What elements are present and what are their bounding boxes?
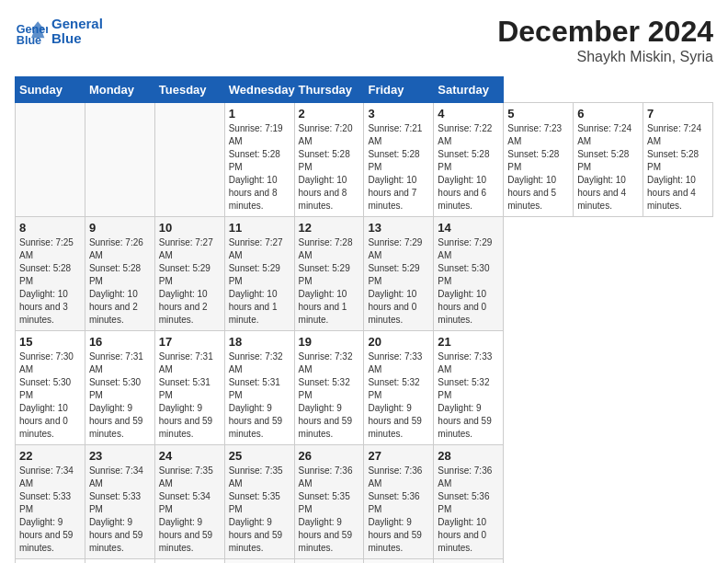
- calendar-cell: [224, 559, 294, 564]
- calendar-cell: 7 Sunrise: 7:24 AMSunset: 5:28 PMDayligh…: [643, 103, 713, 217]
- day-number: 20: [368, 335, 429, 349]
- day-number: 10: [159, 221, 221, 235]
- day-info: Sunrise: 7:19 AMSunset: 5:28 PMDaylight:…: [229, 122, 290, 213]
- calendar-cell: 20 Sunrise: 7:33 AMSunset: 5:32 PMDaylig…: [364, 331, 434, 445]
- day-number: 18: [229, 335, 290, 349]
- calendar-cell: 22 Sunrise: 7:34 AMSunset: 5:33 PMDaylig…: [16, 445, 85, 559]
- weekday-header-tuesday: Tuesday: [154, 77, 224, 103]
- calendar-cell: 21 Sunrise: 7:33 AMSunset: 5:32 PMDaylig…: [434, 331, 504, 445]
- calendar-cell: 10 Sunrise: 7:27 AMSunset: 5:29 PMDaylig…: [154, 217, 224, 331]
- day-info: Sunrise: 7:35 AMSunset: 5:34 PMDaylight:…: [159, 465, 221, 555]
- logo: General Blue General Blue: [15, 15, 103, 48]
- calendar-cell: 24 Sunrise: 7:35 AMSunset: 5:34 PMDaylig…: [154, 445, 224, 559]
- calendar-cell: 11 Sunrise: 7:27 AMSunset: 5:29 PMDaylig…: [224, 217, 294, 331]
- weekday-header-row: SundayMondayTuesdayWednesdayThursdayFrid…: [16, 77, 713, 103]
- day-number: 26: [299, 449, 360, 463]
- day-info: Sunrise: 7:35 AMSunset: 5:35 PMDaylight:…: [229, 465, 290, 555]
- day-info: Sunrise: 7:36 AMSunset: 5:35 PMDaylight:…: [299, 465, 360, 555]
- day-info: Sunrise: 7:29 AMSunset: 5:29 PMDaylight:…: [368, 236, 429, 327]
- calendar-week-3: 15 Sunrise: 7:30 AMSunset: 5:30 PMDaylig…: [16, 331, 713, 445]
- calendar-cell: [85, 103, 154, 217]
- day-info: Sunrise: 7:32 AMSunset: 5:32 PMDaylight:…: [299, 350, 360, 441]
- day-number: 8: [19, 221, 81, 235]
- calendar-cell: [294, 559, 364, 564]
- day-number: 25: [229, 449, 290, 463]
- day-number: 19: [299, 335, 360, 349]
- day-number: 13: [368, 221, 429, 235]
- logo-blue: Blue: [51, 31, 103, 47]
- weekday-header-wednesday: Wednesday: [224, 77, 294, 103]
- page-header: General Blue General Blue December 2024 …: [15, 15, 713, 65]
- day-number: 28: [438, 449, 499, 463]
- calendar-cell: 29 Sunrise: 7:37 AMSunset: 5:37 PMDaylig…: [16, 559, 85, 564]
- day-info: Sunrise: 7:36 AMSunset: 5:36 PMDaylight:…: [438, 465, 499, 555]
- day-info: Sunrise: 7:25 AMSunset: 5:28 PMDaylight:…: [19, 236, 81, 327]
- day-info: Sunrise: 7:24 AMSunset: 5:28 PMDaylight:…: [577, 122, 639, 213]
- day-number: 6: [577, 107, 639, 121]
- day-info: Sunrise: 7:24 AMSunset: 5:28 PMDaylight:…: [647, 122, 709, 213]
- day-info: Sunrise: 7:20 AMSunset: 5:28 PMDaylight:…: [299, 122, 360, 213]
- day-number: 14: [438, 221, 499, 235]
- day-info: Sunrise: 7:30 AMSunset: 5:30 PMDaylight:…: [19, 350, 81, 441]
- calendar-cell: 8 Sunrise: 7:25 AMSunset: 5:28 PMDayligh…: [16, 217, 85, 331]
- logo-icon: General Blue: [15, 15, 48, 48]
- calendar-cell: 27 Sunrise: 7:36 AMSunset: 5:36 PMDaylig…: [364, 445, 434, 559]
- calendar-cell: [434, 559, 504, 564]
- calendar-week-5: 29 Sunrise: 7:37 AMSunset: 5:37 PMDaylig…: [16, 559, 713, 564]
- day-number: 5: [507, 107, 569, 121]
- calendar-cell: 6 Sunrise: 7:24 AMSunset: 5:28 PMDayligh…: [574, 103, 643, 217]
- month-title: December 2024: [497, 15, 713, 49]
- calendar-cell: 18 Sunrise: 7:32 AMSunset: 5:31 PMDaylig…: [224, 331, 294, 445]
- day-number: 12: [299, 221, 360, 235]
- day-info: Sunrise: 7:26 AMSunset: 5:28 PMDaylight:…: [89, 236, 151, 327]
- day-info: Sunrise: 7:36 AMSunset: 5:36 PMDaylight:…: [368, 465, 429, 555]
- day-info: Sunrise: 7:27 AMSunset: 5:29 PMDaylight:…: [229, 236, 290, 327]
- day-info: Sunrise: 7:21 AMSunset: 5:28 PMDaylight:…: [368, 122, 429, 213]
- day-number: 9: [89, 221, 151, 235]
- day-number: 16: [89, 335, 151, 349]
- calendar-cell: 14 Sunrise: 7:29 AMSunset: 5:30 PMDaylig…: [434, 217, 504, 331]
- calendar-cell: 2 Sunrise: 7:20 AMSunset: 5:28 PMDayligh…: [294, 103, 364, 217]
- day-info: Sunrise: 7:29 AMSunset: 5:30 PMDaylight:…: [438, 236, 499, 327]
- day-info: Sunrise: 7:32 AMSunset: 5:31 PMDaylight:…: [229, 350, 290, 441]
- day-info: Sunrise: 7:31 AMSunset: 5:30 PMDaylight:…: [89, 350, 151, 441]
- weekday-header-friday: Friday: [364, 77, 434, 103]
- day-info: Sunrise: 7:28 AMSunset: 5:29 PMDaylight:…: [299, 236, 360, 327]
- day-number: 24: [159, 449, 221, 463]
- calendar-cell: 9 Sunrise: 7:26 AMSunset: 5:28 PMDayligh…: [85, 217, 154, 331]
- calendar-cell: 12 Sunrise: 7:28 AMSunset: 5:29 PMDaylig…: [294, 217, 364, 331]
- calendar-cell: 1 Sunrise: 7:19 AMSunset: 5:28 PMDayligh…: [224, 103, 294, 217]
- calendar-cell: 3 Sunrise: 7:21 AMSunset: 5:28 PMDayligh…: [364, 103, 434, 217]
- calendar-cell: 23 Sunrise: 7:34 AMSunset: 5:33 PMDaylig…: [85, 445, 154, 559]
- calendar-cell: 5 Sunrise: 7:23 AMSunset: 5:28 PMDayligh…: [504, 103, 574, 217]
- day-info: Sunrise: 7:34 AMSunset: 5:33 PMDaylight:…: [89, 465, 151, 555]
- calendar-cell: 16 Sunrise: 7:31 AMSunset: 5:30 PMDaylig…: [85, 331, 154, 445]
- weekday-header-monday: Monday: [85, 77, 154, 103]
- day-number: 23: [89, 449, 151, 463]
- day-info: Sunrise: 7:23 AMSunset: 5:28 PMDaylight:…: [507, 122, 569, 213]
- day-number: 11: [229, 221, 290, 235]
- calendar-cell: 28 Sunrise: 7:36 AMSunset: 5:36 PMDaylig…: [434, 445, 504, 559]
- calendar-cell: [364, 559, 434, 564]
- calendar-cell: [16, 103, 85, 217]
- day-number: 22: [19, 449, 81, 463]
- calendar-cell: 26 Sunrise: 7:36 AMSunset: 5:35 PMDaylig…: [294, 445, 364, 559]
- day-info: Sunrise: 7:27 AMSunset: 5:29 PMDaylight:…: [159, 236, 221, 327]
- calendar-cell: 13 Sunrise: 7:29 AMSunset: 5:29 PMDaylig…: [364, 217, 434, 331]
- day-number: 3: [368, 107, 429, 121]
- day-info: Sunrise: 7:31 AMSunset: 5:31 PMDaylight:…: [159, 350, 221, 441]
- title-block: December 2024 Shaykh Miskin, Syria: [497, 15, 713, 65]
- calendar-table: SundayMondayTuesdayWednesdayThursdayFrid…: [15, 76, 713, 563]
- weekday-header-sunday: Sunday: [16, 77, 85, 103]
- calendar-cell: 19 Sunrise: 7:32 AMSunset: 5:32 PMDaylig…: [294, 331, 364, 445]
- calendar-week-4: 22 Sunrise: 7:34 AMSunset: 5:33 PMDaylig…: [16, 445, 713, 559]
- calendar-cell: 17 Sunrise: 7:31 AMSunset: 5:31 PMDaylig…: [154, 331, 224, 445]
- calendar-cell: 4 Sunrise: 7:22 AMSunset: 5:28 PMDayligh…: [434, 103, 504, 217]
- weekday-header-thursday: Thursday: [294, 77, 364, 103]
- day-info: Sunrise: 7:33 AMSunset: 5:32 PMDaylight:…: [368, 350, 429, 441]
- calendar-cell: 25 Sunrise: 7:35 AMSunset: 5:35 PMDaylig…: [224, 445, 294, 559]
- day-number: 1: [229, 107, 290, 121]
- location-title: Shaykh Miskin, Syria: [497, 49, 713, 65]
- day-number: 4: [438, 107, 499, 121]
- day-number: 21: [438, 335, 499, 349]
